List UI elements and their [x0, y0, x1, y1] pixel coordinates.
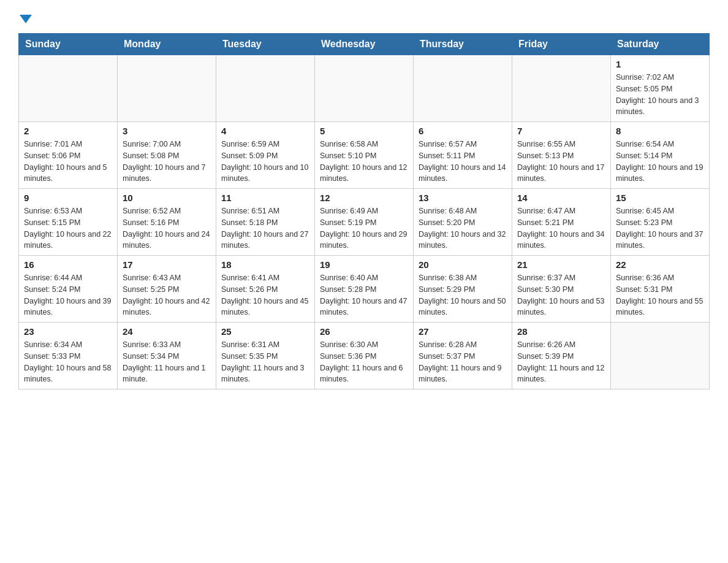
- day-info: Sunrise: 6:44 AM Sunset: 5:24 PM Dayligh…: [24, 272, 112, 318]
- day-number: 11: [221, 193, 309, 203]
- day-number: 9: [24, 193, 112, 203]
- calendar-cell: 7Sunrise: 6:55 AM Sunset: 5:13 PM Daylig…: [512, 122, 611, 189]
- page-header: [18, 12, 710, 21]
- calendar-cell: 22Sunrise: 6:36 AM Sunset: 5:31 PM Dayli…: [611, 256, 710, 323]
- calendar-cell: 1Sunrise: 7:02 AM Sunset: 5:05 PM Daylig…: [611, 55, 710, 122]
- calendar-cell: [611, 323, 710, 389]
- day-info: Sunrise: 7:00 AM Sunset: 5:08 PM Dayligh…: [123, 139, 211, 185]
- day-number: 10: [123, 193, 211, 203]
- calendar-cell: 5Sunrise: 6:58 AM Sunset: 5:10 PM Daylig…: [315, 122, 414, 189]
- calendar-cell: 2Sunrise: 7:01 AM Sunset: 5:06 PM Daylig…: [19, 122, 118, 189]
- calendar-cell: 25Sunrise: 6:31 AM Sunset: 5:35 PM Dayli…: [216, 323, 315, 389]
- logo-arrow-icon: [20, 15, 32, 23]
- day-info: Sunrise: 6:53 AM Sunset: 5:15 PM Dayligh…: [24, 205, 112, 251]
- calendar-cell: 28Sunrise: 6:26 AM Sunset: 5:39 PM Dayli…: [512, 323, 611, 389]
- day-info: Sunrise: 6:30 AM Sunset: 5:36 PM Dayligh…: [320, 339, 408, 385]
- day-number: 12: [320, 193, 408, 203]
- day-number: 28: [517, 326, 605, 337]
- day-info: Sunrise: 6:31 AM Sunset: 5:35 PM Dayligh…: [221, 339, 309, 385]
- calendar-cell: 16Sunrise: 6:44 AM Sunset: 5:24 PM Dayli…: [19, 256, 118, 323]
- day-number: 23: [24, 326, 112, 337]
- day-number: 19: [320, 259, 408, 270]
- calendar-cell: 19Sunrise: 6:40 AM Sunset: 5:28 PM Dayli…: [315, 256, 414, 323]
- calendar-week-row: 16Sunrise: 6:44 AM Sunset: 5:24 PM Dayli…: [19, 256, 710, 323]
- day-number: 18: [221, 259, 309, 270]
- day-number: 3: [123, 126, 211, 136]
- day-info: Sunrise: 6:33 AM Sunset: 5:34 PM Dayligh…: [123, 339, 211, 385]
- calendar-week-row: 9Sunrise: 6:53 AM Sunset: 5:15 PM Daylig…: [19, 189, 710, 256]
- day-number: 1: [616, 59, 704, 69]
- day-info: Sunrise: 6:41 AM Sunset: 5:26 PM Dayligh…: [221, 272, 309, 318]
- calendar-cell: 24Sunrise: 6:33 AM Sunset: 5:34 PM Dayli…: [118, 323, 216, 389]
- day-of-week-monday: Monday: [118, 34, 216, 55]
- day-info: Sunrise: 6:57 AM Sunset: 5:11 PM Dayligh…: [419, 139, 507, 185]
- logo: [18, 12, 32, 21]
- day-info: Sunrise: 7:01 AM Sunset: 5:06 PM Dayligh…: [24, 139, 112, 185]
- calendar-cell: 27Sunrise: 6:28 AM Sunset: 5:37 PM Dayli…: [414, 323, 512, 389]
- day-info: Sunrise: 6:58 AM Sunset: 5:10 PM Dayligh…: [320, 139, 408, 185]
- day-number: 17: [123, 259, 211, 270]
- calendar-week-row: 1Sunrise: 7:02 AM Sunset: 5:05 PM Daylig…: [19, 55, 710, 122]
- day-number: 26: [320, 326, 408, 337]
- day-number: 22: [616, 259, 704, 270]
- day-info: Sunrise: 6:34 AM Sunset: 5:33 PM Dayligh…: [24, 339, 112, 385]
- day-info: Sunrise: 7:02 AM Sunset: 5:05 PM Dayligh…: [616, 72, 704, 118]
- calendar-cell: [216, 55, 315, 122]
- day-number: 6: [419, 126, 507, 136]
- day-number: 2: [24, 126, 112, 136]
- calendar-header-row: SundayMondayTuesdayWednesdayThursdayFrid…: [19, 34, 710, 55]
- calendar-cell: 23Sunrise: 6:34 AM Sunset: 5:33 PM Dayli…: [19, 323, 118, 389]
- day-of-week-saturday: Saturday: [611, 34, 710, 55]
- day-info: Sunrise: 6:47 AM Sunset: 5:21 PM Dayligh…: [517, 205, 605, 251]
- calendar-cell: [315, 55, 414, 122]
- day-of-week-wednesday: Wednesday: [315, 34, 414, 55]
- calendar-cell: 14Sunrise: 6:47 AM Sunset: 5:21 PM Dayli…: [512, 189, 611, 256]
- calendar-cell: 15Sunrise: 6:45 AM Sunset: 5:23 PM Dayli…: [611, 189, 710, 256]
- day-of-week-tuesday: Tuesday: [216, 34, 315, 55]
- calendar-cell: 12Sunrise: 6:49 AM Sunset: 5:19 PM Dayli…: [315, 189, 414, 256]
- calendar-week-row: 23Sunrise: 6:34 AM Sunset: 5:33 PM Dayli…: [19, 323, 710, 389]
- day-of-week-friday: Friday: [512, 34, 611, 55]
- calendar-week-row: 2Sunrise: 7:01 AM Sunset: 5:06 PM Daylig…: [19, 122, 710, 189]
- calendar-cell: 13Sunrise: 6:48 AM Sunset: 5:20 PM Dayli…: [414, 189, 512, 256]
- day-number: 8: [616, 126, 704, 136]
- calendar-table: SundayMondayTuesdayWednesdayThursdayFrid…: [18, 33, 710, 389]
- calendar-cell: 21Sunrise: 6:37 AM Sunset: 5:30 PM Dayli…: [512, 256, 611, 323]
- calendar-cell: 11Sunrise: 6:51 AM Sunset: 5:18 PM Dayli…: [216, 189, 315, 256]
- calendar-cell: 9Sunrise: 6:53 AM Sunset: 5:15 PM Daylig…: [19, 189, 118, 256]
- day-number: 13: [419, 193, 507, 203]
- day-info: Sunrise: 6:36 AM Sunset: 5:31 PM Dayligh…: [616, 272, 704, 318]
- calendar-cell: 6Sunrise: 6:57 AM Sunset: 5:11 PM Daylig…: [414, 122, 512, 189]
- day-number: 14: [517, 193, 605, 203]
- calendar-cell: 26Sunrise: 6:30 AM Sunset: 5:36 PM Dayli…: [315, 323, 414, 389]
- day-of-week-sunday: Sunday: [19, 34, 118, 55]
- day-number: 25: [221, 326, 309, 337]
- day-info: Sunrise: 6:52 AM Sunset: 5:16 PM Dayligh…: [123, 205, 211, 251]
- day-info: Sunrise: 6:38 AM Sunset: 5:29 PM Dayligh…: [419, 272, 507, 318]
- calendar-cell: 17Sunrise: 6:43 AM Sunset: 5:25 PM Dayli…: [118, 256, 216, 323]
- day-number: 5: [320, 126, 408, 136]
- day-info: Sunrise: 6:54 AM Sunset: 5:14 PM Dayligh…: [616, 139, 704, 185]
- day-info: Sunrise: 6:40 AM Sunset: 5:28 PM Dayligh…: [320, 272, 408, 318]
- day-info: Sunrise: 6:45 AM Sunset: 5:23 PM Dayligh…: [616, 205, 704, 251]
- day-number: 21: [517, 259, 605, 270]
- day-info: Sunrise: 6:51 AM Sunset: 5:18 PM Dayligh…: [221, 205, 309, 251]
- day-number: 4: [221, 126, 309, 136]
- day-info: Sunrise: 6:37 AM Sunset: 5:30 PM Dayligh…: [517, 272, 605, 318]
- day-number: 20: [419, 259, 507, 270]
- day-number: 16: [24, 259, 112, 270]
- calendar-cell: 18Sunrise: 6:41 AM Sunset: 5:26 PM Dayli…: [216, 256, 315, 323]
- day-number: 15: [616, 193, 704, 203]
- calendar-cell: 8Sunrise: 6:54 AM Sunset: 5:14 PM Daylig…: [611, 122, 710, 189]
- day-info: Sunrise: 6:48 AM Sunset: 5:20 PM Dayligh…: [419, 205, 507, 251]
- calendar-cell: [512, 55, 611, 122]
- day-info: Sunrise: 6:28 AM Sunset: 5:37 PM Dayligh…: [419, 339, 507, 385]
- calendar-cell: 3Sunrise: 7:00 AM Sunset: 5:08 PM Daylig…: [118, 122, 216, 189]
- calendar-cell: [118, 55, 216, 122]
- day-info: Sunrise: 6:43 AM Sunset: 5:25 PM Dayligh…: [123, 272, 211, 318]
- day-info: Sunrise: 6:59 AM Sunset: 5:09 PM Dayligh…: [221, 139, 309, 185]
- calendar-cell: 4Sunrise: 6:59 AM Sunset: 5:09 PM Daylig…: [216, 122, 315, 189]
- day-of-week-thursday: Thursday: [414, 34, 512, 55]
- day-info: Sunrise: 6:49 AM Sunset: 5:19 PM Dayligh…: [320, 205, 408, 251]
- calendar-cell: [19, 55, 118, 122]
